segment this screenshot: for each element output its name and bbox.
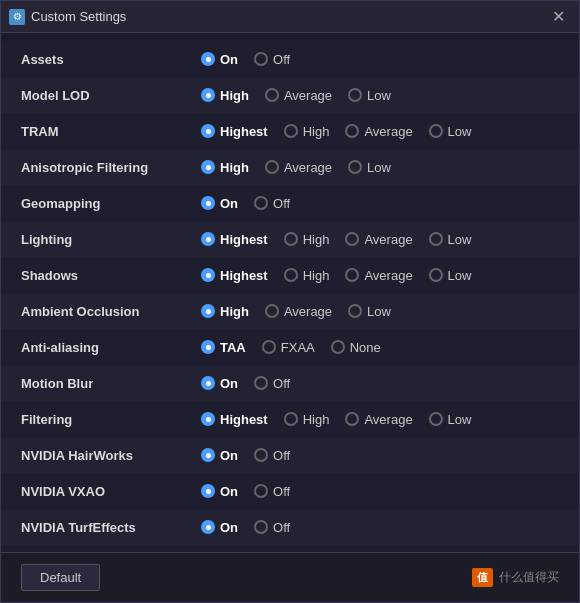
setting-options: HighAverageLow (201, 88, 559, 103)
radio-option[interactable]: On (201, 520, 238, 535)
radio-label: Off (273, 520, 290, 535)
radio-label: Low (367, 304, 391, 319)
setting-label: Geomapping (21, 196, 201, 211)
radio-circle (429, 124, 443, 138)
radio-circle (201, 196, 215, 210)
settings-row: AssetsOnOff (1, 41, 579, 77)
radio-label: Off (273, 196, 290, 211)
radio-circle (254, 520, 268, 534)
settings-row: Motion BlurOnOff (1, 365, 579, 401)
radio-label: On (220, 520, 238, 535)
radio-option[interactable]: Low (429, 124, 472, 139)
close-button[interactable]: ✕ (545, 7, 571, 27)
radio-option[interactable]: High (284, 232, 330, 247)
radio-circle (345, 412, 359, 426)
radio-option[interactable]: Average (265, 304, 332, 319)
radio-label: On (220, 52, 238, 67)
setting-label: Filtering (21, 412, 201, 427)
radio-option[interactable]: High (201, 88, 249, 103)
radio-option[interactable]: Low (429, 232, 472, 247)
radio-option[interactable]: High (284, 268, 330, 283)
settings-content: AssetsOnOffModel LODHighAverageLowTRAMHi… (1, 33, 579, 552)
settings-row: Ambient OcclusionHighAverageLow (1, 293, 579, 329)
radio-option[interactable]: High (284, 412, 330, 427)
setting-options: HighAverageLow (201, 160, 559, 175)
radio-label: FXAA (281, 340, 315, 355)
radio-option[interactable]: TAA (201, 340, 246, 355)
radio-circle (262, 340, 276, 354)
radio-label: High (303, 124, 330, 139)
radio-option[interactable]: Low (348, 88, 391, 103)
radio-option[interactable]: On (201, 52, 238, 67)
radio-option[interactable]: Highest (201, 124, 268, 139)
radio-option[interactable]: Off (254, 196, 290, 211)
radio-option[interactable]: Off (254, 448, 290, 463)
setting-label: NVIDIA HairWorks (21, 448, 201, 463)
radio-circle (254, 196, 268, 210)
radio-option[interactable]: Low (429, 268, 472, 283)
radio-option[interactable]: Average (345, 124, 412, 139)
setting-label: Assets (21, 52, 201, 67)
radio-label: Highest (220, 412, 268, 427)
radio-option[interactable]: Highest (201, 412, 268, 427)
radio-circle (265, 88, 279, 102)
radio-option[interactable]: None (331, 340, 381, 355)
radio-label: Off (273, 448, 290, 463)
settings-row: TRAMHighestHighAverageLow (1, 113, 579, 149)
titlebar: ⚙ Custom Settings ✕ (1, 1, 579, 33)
radio-option[interactable]: Off (254, 520, 290, 535)
radio-option[interactable]: Average (345, 268, 412, 283)
radio-option[interactable]: Highest (201, 268, 268, 283)
setting-options: OnOff (201, 484, 559, 499)
settings-row: NVIDIA ShadowLibsOnOff (1, 545, 579, 552)
radio-circle (254, 52, 268, 66)
radio-label: Average (364, 124, 412, 139)
radio-option[interactable]: Average (345, 232, 412, 247)
radio-circle (201, 88, 215, 102)
radio-option[interactable]: On (201, 376, 238, 391)
setting-options: HighestHighAverageLow (201, 268, 559, 283)
radio-label: Average (364, 232, 412, 247)
radio-option[interactable]: On (201, 448, 238, 463)
radio-option[interactable]: Average (265, 160, 332, 175)
radio-option[interactable]: High (201, 304, 249, 319)
settings-row: Anisotropic FilteringHighAverageLow (1, 149, 579, 185)
radio-option[interactable]: Average (345, 412, 412, 427)
settings-row: FilteringHighestHighAverageLow (1, 401, 579, 437)
setting-options: OnOff (201, 376, 559, 391)
radio-circle (331, 340, 345, 354)
radio-option[interactable]: Off (254, 484, 290, 499)
radio-circle (201, 448, 215, 462)
window-icon: ⚙ (9, 9, 25, 25)
radio-circle (265, 160, 279, 174)
setting-label: Ambient Occlusion (21, 304, 201, 319)
radio-option[interactable]: Off (254, 52, 290, 67)
radio-option[interactable]: On (201, 196, 238, 211)
radio-option[interactable]: Highest (201, 232, 268, 247)
radio-option[interactable]: High (284, 124, 330, 139)
radio-option[interactable]: On (201, 484, 238, 499)
radio-option[interactable]: Low (348, 160, 391, 175)
radio-circle (345, 232, 359, 246)
radio-option[interactable]: Low (348, 304, 391, 319)
settings-row: NVIDIA TurfEffectsOnOff (1, 509, 579, 545)
radio-option[interactable]: High (201, 160, 249, 175)
radio-circle (348, 88, 362, 102)
radio-label: Off (273, 52, 290, 67)
radio-label: On (220, 448, 238, 463)
radio-label: Average (284, 160, 332, 175)
radio-option[interactable]: Off (254, 376, 290, 391)
radio-circle (201, 124, 215, 138)
radio-label: Low (448, 268, 472, 283)
default-button[interactable]: Default (21, 564, 100, 591)
radio-option[interactable]: FXAA (262, 340, 315, 355)
radio-option[interactable]: Low (429, 412, 472, 427)
setting-options: TAAFXAANone (201, 340, 559, 355)
radio-option[interactable]: Average (265, 88, 332, 103)
radio-circle (254, 376, 268, 390)
setting-options: HighestHighAverageLow (201, 412, 559, 427)
radio-label: High (303, 412, 330, 427)
settings-row: Anti-aliasingTAAFXAANone (1, 329, 579, 365)
radio-circle (348, 304, 362, 318)
radio-circle (284, 412, 298, 426)
